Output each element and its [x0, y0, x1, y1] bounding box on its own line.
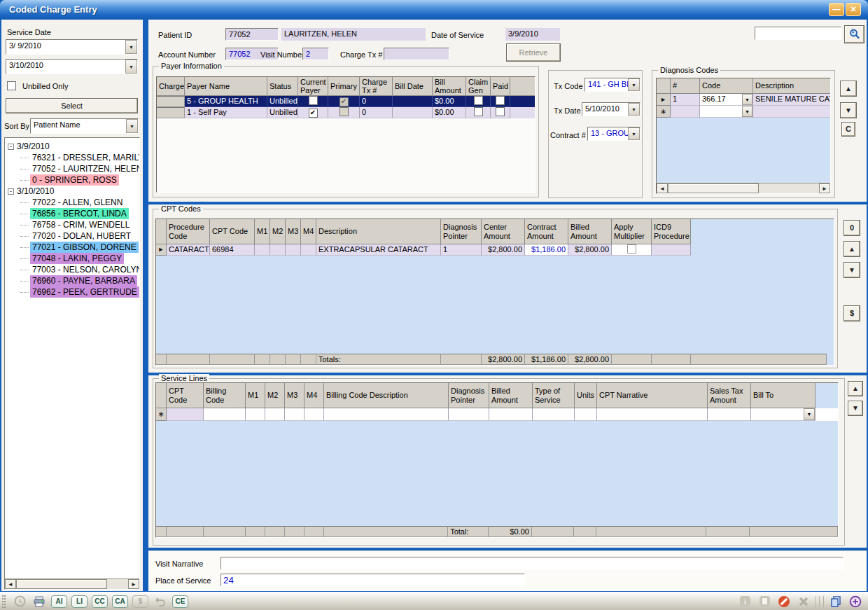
scroll-left-icon[interactable]: ◄	[5, 579, 16, 589]
toolbar-chip-CA[interactable]: CA	[112, 595, 128, 608]
cpt-move-down-button[interactable]: ▼	[844, 262, 860, 278]
service-move-up-button[interactable]: ▲	[848, 381, 863, 396]
cpt-code-cell[interactable]	[167, 408, 204, 421]
paid-checkbox[interactable]	[496, 96, 505, 105]
patient-id-value[interactable]: 77052	[225, 28, 279, 41]
tree-date-label[interactable]: 3/10/2010	[17, 186, 54, 197]
current-payer-checkbox[interactable]	[309, 96, 318, 105]
patient-label[interactable]: 76960 - PAYNE, BARBARA	[30, 275, 137, 286]
tree-patient-item[interactable]: 76758 - CRIM, WENDELL	[5, 219, 139, 230]
dropdown-icon[interactable]: ▼	[628, 78, 640, 91]
scroll-left-icon[interactable]: ◄	[657, 183, 668, 193]
diagnosis-move-up-button[interactable]: ▲	[840, 81, 857, 97]
service-date-from-combo[interactable]: 3/ 9/2010 ▼	[6, 39, 138, 55]
dropdown-icon[interactable]: ▼	[742, 94, 752, 105]
patient-label[interactable]: 77021 - GIBSON, DORENE	[30, 242, 139, 253]
tx-date-combo[interactable]: 5/10/2010 ▼	[582, 102, 640, 116]
apply-multiplier-checkbox[interactable]	[627, 244, 636, 254]
tree-patient-item[interactable]: 76962 - PEEK, GERTRUDE	[5, 286, 139, 298]
patient-label[interactable]: 77052 - LAURITZEN, HELEN	[30, 163, 140, 174]
billing-code-description-cell[interactable]	[324, 408, 449, 421]
tree-patient-item[interactable]: 76321 - DRESSLER, MARILYN .	[5, 152, 139, 163]
scrollbar-thumb[interactable]	[668, 183, 759, 193]
scroll-right-icon[interactable]: ►	[128, 579, 139, 589]
tree-patient-item[interactable]: 77052 - LAURITZEN, HELEN	[5, 163, 139, 174]
payer-row[interactable]: 1 - Self Pay Unbilled ✔ 0 $0.00	[157, 107, 535, 118]
patient-label[interactable]: 77022 - ALLEN, GLENN	[30, 197, 125, 208]
collapse-icon[interactable]: -	[8, 144, 14, 150]
dropdown-icon[interactable]: ▼	[125, 40, 137, 54]
cpt-dollar-button[interactable]: $	[844, 305, 860, 321]
patient-label[interactable]: 76758 - CRIM, WENDELL	[30, 219, 132, 230]
m2-cell[interactable]	[265, 408, 285, 421]
tree-date-label[interactable]: 3/9/2010	[17, 141, 50, 152]
visit-narrative-input[interactable]	[220, 557, 844, 569]
tree-date-group[interactable]: - 3/10/2010	[5, 186, 139, 197]
search-button[interactable]	[844, 25, 864, 43]
patient-label[interactable]: 77048 - LAKIN, PEGGY	[30, 253, 124, 264]
units-cell[interactable]	[575, 408, 597, 421]
toolbar-chip-LI[interactable]: LI	[71, 595, 88, 608]
tree-patient-item[interactable]: 77022 - ALLEN, GLENN	[5, 197, 139, 208]
tree-patient-item[interactable]: 76960 - PAYNE, BARBARA	[5, 275, 139, 286]
tree-hscrollbar[interactable]: ◄ ►	[5, 578, 139, 589]
tree-patient-item[interactable]: 76856 - BERCOT, LINDA	[5, 208, 139, 219]
cpt-move-up-button[interactable]: ▲	[844, 241, 860, 257]
add-circle-icon[interactable]	[848, 595, 862, 609]
charge-cell-button[interactable]	[157, 96, 185, 107]
printer-icon[interactable]	[32, 595, 46, 609]
retrieve-button[interactable]: Retrieve	[506, 43, 561, 62]
patient-label[interactable]: 76321 - DRESSLER, MARILYN .	[30, 152, 140, 163]
tree-patient-item[interactable]: 0 - SPRINGER, ROSS	[5, 174, 139, 186]
tx-code-combo[interactable]: 141 - GH BI ▼	[584, 78, 640, 92]
sort-by-combo[interactable]: Patient Name ▼	[30, 118, 139, 134]
dropdown-icon[interactable]: ▼	[804, 408, 815, 420]
tree-patient-item[interactable]: 77020 - DOLAN, HUBERT	[5, 230, 139, 242]
select-button[interactable]: Select	[6, 98, 138, 113]
clock-icon[interactable]	[13, 595, 27, 609]
service-new-row[interactable]: ∗ ▼	[156, 408, 838, 421]
diagnosis-code-cell[interactable]: ▼	[700, 106, 753, 118]
undo-icon[interactable]	[153, 595, 167, 609]
copy-pages-icon[interactable]	[829, 595, 843, 609]
charge-tx-value[interactable]	[384, 48, 449, 60]
patient-label[interactable]: 0 - SPRINGER, ROSS	[30, 174, 119, 186]
toolbar-chip-AI[interactable]: AI	[51, 595, 67, 608]
diagnosis-code-cell[interactable]: 366.17 ▼	[700, 94, 753, 106]
tree-patient-item[interactable]: 77003 - NELSON, CAROLYN	[5, 264, 139, 275]
visit-number-value[interactable]: 2	[302, 48, 329, 60]
current-payer-checkbox[interactable]: ✔	[309, 109, 318, 118]
block-icon[interactable]	[777, 595, 791, 609]
place-of-service-input[interactable]	[220, 574, 525, 586]
tree-patient-item[interactable]: 77048 - LAKIN, PEGGY	[5, 253, 139, 264]
scrollbar-thumb[interactable]	[16, 579, 107, 589]
toolbar-chip-CE[interactable]: CE	[172, 595, 188, 608]
m3-cell[interactable]	[285, 408, 304, 421]
bill-to-cell[interactable]: ▼	[751, 408, 816, 421]
diagnosis-move-down-button[interactable]: ▼	[840, 102, 857, 118]
cpt-zero-button[interactable]: 0	[844, 220, 860, 236]
charge-cell-button[interactable]	[157, 107, 185, 118]
collapse-icon[interactable]: -	[8, 188, 14, 195]
type-of-service-cell[interactable]	[533, 408, 575, 421]
dropdown-icon[interactable]: ▼	[125, 60, 137, 74]
m4-cell[interactable]	[304, 408, 324, 421]
m1-cell[interactable]	[246, 408, 265, 421]
dropdown-icon[interactable]: ▼	[126, 119, 138, 133]
diagnosis-c-button[interactable]: C	[841, 122, 855, 137]
cpt-narrative-cell[interactable]	[597, 408, 708, 421]
close-button[interactable]: ✕	[846, 3, 861, 16]
primary-checkbox[interactable]: ✔	[340, 97, 349, 106]
dollar-icon[interactable]: $	[132, 595, 148, 608]
service-date-to-combo[interactable]: 3/10/2010 ▼	[6, 59, 138, 74]
toolbar-chip-CC[interactable]: CC	[92, 595, 108, 608]
patient-label[interactable]: 77003 - NELSON, CAROLYN	[30, 264, 140, 275]
dropdown-icon[interactable]: ▼	[628, 127, 640, 140]
delete-x-icon[interactable]	[797, 595, 811, 609]
info-icon[interactable]: i	[738, 595, 752, 609]
contract-amount-cell[interactable]: $1,186.00	[525, 244, 568, 256]
sales-tax-amount-cell[interactable]	[708, 408, 751, 421]
claim-gen-checkbox[interactable]	[474, 107, 483, 116]
patient-label[interactable]: 76856 - BERCOT, LINDA	[30, 208, 129, 219]
service-move-down-button[interactable]: ▼	[848, 401, 863, 416]
